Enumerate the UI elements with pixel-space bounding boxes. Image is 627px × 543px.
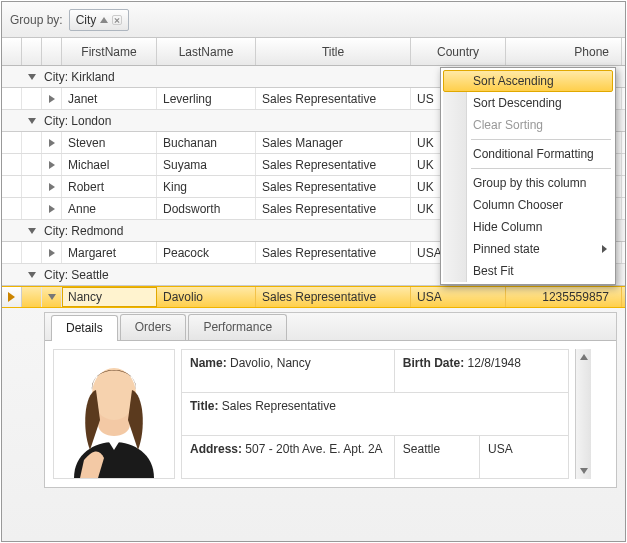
- chevron-down-icon[interactable]: [48, 294, 56, 300]
- cell-lastname: Davolio: [157, 287, 256, 307]
- chevron-right-icon[interactable]: [49, 95, 55, 103]
- cell-lastname: Leverling: [157, 88, 256, 109]
- sort-asc-icon: [100, 17, 108, 23]
- menu-group-by-column[interactable]: Group by this column: [443, 172, 613, 194]
- label-title: Title:: [190, 399, 218, 413]
- chevron-right-icon[interactable]: [49, 161, 55, 169]
- cell-title: Sales Representative: [256, 242, 411, 263]
- column-header-firstname[interactable]: FirstName: [62, 38, 157, 65]
- cell-title: Sales Representative: [256, 176, 411, 197]
- chevron-right-icon[interactable]: [49, 139, 55, 147]
- cell-lastname: Suyama: [157, 154, 256, 175]
- cell-country: USA: [411, 287, 506, 307]
- menu-sort-ascending[interactable]: Sort Ascending: [443, 70, 613, 92]
- row-indicator: [2, 287, 22, 307]
- menu-best-fit[interactable]: Best Fit: [443, 260, 613, 282]
- details-table: Name: Davolio, Nancy Birth Date: 12/8/19…: [181, 349, 569, 479]
- cell-phone: 1235559857: [506, 287, 622, 307]
- menu-separator: [471, 139, 611, 140]
- cell-firstname: Janet: [62, 88, 157, 109]
- value-city: Seattle: [394, 436, 479, 479]
- chevron-down-icon[interactable]: [28, 272, 36, 278]
- menu-pinned-state[interactable]: Pinned state: [443, 238, 613, 260]
- chevron-right-icon[interactable]: [49, 205, 55, 213]
- scroll-down-button[interactable]: [576, 463, 591, 479]
- cell-title: Sales Representative: [256, 287, 411, 307]
- table-row-selected[interactable]: Nancy Davolio Sales Representative USA 1…: [2, 286, 625, 308]
- column-header-country[interactable]: Country: [411, 38, 506, 65]
- menu-clear-sorting[interactable]: Clear Sorting: [443, 114, 613, 136]
- chevron-right-icon[interactable]: [49, 249, 55, 257]
- cell-lastname: King: [157, 176, 256, 197]
- value-title: Sales Representative: [222, 399, 336, 413]
- chevron-right-icon[interactable]: [49, 183, 55, 191]
- value-country: USA: [479, 436, 568, 479]
- cell-lastname: Dodsworth: [157, 198, 256, 219]
- cell-firstname: Anne: [62, 198, 157, 219]
- chevron-up-icon: [580, 354, 588, 360]
- cell-lastname: Buchanan: [157, 132, 256, 153]
- value-address: 507 - 20th Ave. E. Apt. 2A: [245, 442, 382, 456]
- group-label: City: London: [42, 114, 111, 128]
- column-header-phone[interactable]: Phone: [506, 38, 622, 65]
- details-tabstrip: Details Orders Performance: [45, 313, 616, 341]
- cell-firstname: Steven: [62, 132, 157, 153]
- cell-firstname: Margaret: [62, 242, 157, 263]
- cell-title: Sales Representative: [256, 154, 411, 175]
- label-name: Name:: [190, 356, 227, 370]
- chevron-down-icon[interactable]: [28, 118, 36, 124]
- label-birthdate: Birth Date:: [403, 356, 464, 370]
- cell-lastname: Peacock: [157, 242, 256, 263]
- column-header-title[interactable]: Title: [256, 38, 411, 65]
- details-scrollbar[interactable]: [575, 349, 591, 479]
- chevron-right-icon: [602, 245, 607, 253]
- group-by-label: Group by:: [10, 13, 63, 27]
- menu-sort-descending[interactable]: Sort Descending: [443, 92, 613, 114]
- cell-firstname: Robert: [62, 176, 157, 197]
- row-details-panel: Details Orders Performance: [44, 312, 617, 488]
- cell-title: Sales Manager: [256, 132, 411, 153]
- details-body: Name: Davolio, Nancy Birth Date: 12/8/19…: [45, 341, 616, 487]
- group-label: City: Redmond: [42, 224, 123, 238]
- label-address: Address:: [190, 442, 242, 456]
- column-context-menu: Sort Ascending Sort Descending Clear Sor…: [440, 67, 616, 285]
- chevron-down-icon[interactable]: [28, 228, 36, 234]
- cell-title: Sales Representative: [256, 88, 411, 109]
- tab-details[interactable]: Details: [51, 315, 118, 341]
- grid-container: Group by: City FirstName LastName Title …: [1, 1, 626, 542]
- menu-column-chooser[interactable]: Column Chooser: [443, 194, 613, 216]
- cell-title: Sales Representative: [256, 198, 411, 219]
- cell-firstname-editing[interactable]: Nancy: [62, 287, 157, 307]
- menu-conditional-formatting[interactable]: Conditional Formatting: [443, 143, 613, 165]
- value-name: Davolio, Nancy: [230, 356, 311, 370]
- group-label: City: Kirkland: [42, 70, 115, 84]
- group-by-panel: Group by: City: [2, 2, 625, 38]
- group-chip-city[interactable]: City: [69, 9, 130, 31]
- scroll-up-button[interactable]: [576, 349, 591, 365]
- menu-hide-column[interactable]: Hide Column: [443, 216, 613, 238]
- tab-performance[interactable]: Performance: [188, 314, 287, 340]
- column-header-row: FirstName LastName Title Country Phone: [2, 38, 625, 66]
- employee-photo: [53, 349, 175, 479]
- value-birthdate: 12/8/1948: [468, 356, 521, 370]
- edit-icon: [8, 292, 15, 302]
- group-chip-text: City: [76, 13, 97, 27]
- chevron-down-icon: [580, 468, 588, 474]
- group-label: City: Seattle: [42, 268, 109, 282]
- close-icon[interactable]: [112, 15, 122, 25]
- column-header-lastname[interactable]: LastName: [157, 38, 256, 65]
- tab-orders[interactable]: Orders: [120, 314, 187, 340]
- header-indent: [2, 38, 62, 65]
- chevron-down-icon[interactable]: [28, 74, 36, 80]
- cell-firstname: Michael: [62, 154, 157, 175]
- menu-separator: [471, 168, 611, 169]
